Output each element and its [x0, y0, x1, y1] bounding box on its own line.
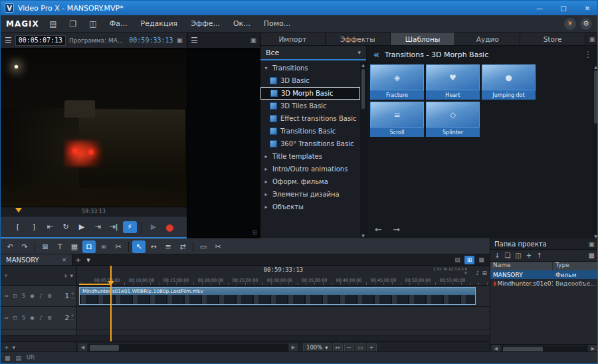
mark-in-button[interactable]: [ [11, 221, 25, 233]
range-select-icon[interactable]: ▭ [197, 240, 210, 253]
track-options-icon[interactable]: ▾ [70, 272, 73, 279]
template-heart[interactable]: ♥ Heart [426, 64, 480, 100]
template-jumping-dot[interactable]: ● Jumping dot [482, 64, 536, 100]
mute-speaker-icon[interactable]: ♪ [37, 315, 45, 321]
menu-file[interactable]: Фа... [107, 18, 130, 29]
automation-icon[interactable]: ≈ [3, 315, 10, 321]
scroll-thumb[interactable] [361, 69, 365, 109]
group-link-icon[interactable]: ∞ [97, 240, 110, 253]
scroll-thumb[interactable] [90, 345, 119, 351]
scroll-track[interactable] [88, 344, 288, 351]
track-3-lane[interactable] [77, 329, 490, 335]
timeline-ruler[interactable]: 00:59:33:13 L 52 30 12 3 0 3 6 R ♪ ⊞ 00:… [77, 266, 490, 286]
tree-item-360-transitions[interactable]: 360° Transitions Basic [260, 137, 360, 150]
effects-burst-icon[interactable]: ☀ [564, 18, 576, 30]
save-icon[interactable]: ◫ [515, 252, 521, 259]
import-icon[interactable]: ↓ [494, 252, 500, 259]
scroll-down-icon[interactable]: ▼ [361, 232, 365, 238]
lock-icon[interactable]: ⊡ [11, 315, 19, 321]
tree-item-title-templates[interactable]: ▸Title templates [260, 150, 360, 163]
track-3-header[interactable] [1, 329, 77, 335]
undo-icon[interactable]: ↶ [3, 240, 17, 253]
loop-button[interactable]: ↻ [59, 221, 73, 233]
visibility-eye-icon[interactable]: ◉ [29, 293, 36, 299]
track-1-header[interactable]: ≈ ⊡ S ◉ ♪ ≣ 1 + − [1, 286, 77, 307]
project-row-mindhunter[interactable]: ▮Mindhunter.s01e01... Видеообъе... [490, 279, 598, 288]
go-to-start-button[interactable]: ⇤ [43, 221, 57, 233]
redo-icon[interactable]: ↷ [18, 240, 31, 253]
tree-item-effect-transitions[interactable]: Effect transitions Basic [260, 112, 360, 125]
mouse-mode-all-tracks-icon[interactable]: ≡ [161, 240, 175, 253]
mouse-mode-stretch-icon[interactable]: ↔ [147, 240, 160, 253]
track-fx-icon[interactable]: ≣ [46, 293, 53, 299]
monitor-volume-icon[interactable]: ♪ [476, 270, 480, 276]
export-icon[interactable]: ↑ [536, 252, 542, 259]
track-2-lane[interactable] [77, 307, 490, 329]
add-movie-icon[interactable]: + [72, 256, 84, 264]
tab-templates[interactable]: Шаблоны [391, 33, 456, 45]
close-button[interactable]: ✕ [577, 1, 597, 15]
tree-item-3d-morph-basic[interactable]: 3D Morph Basic [260, 87, 360, 100]
mute-speaker-icon[interactable]: ♪ [37, 293, 45, 299]
zoom-level-dropdown[interactable]: 100% ▾ [303, 343, 332, 352]
smart-preview-button[interactable]: ⚡ [123, 221, 137, 233]
tree-item-design-elements[interactable]: ▸Элементы дизайна [260, 188, 360, 201]
layout-grid-icon[interactable]: ▦ [5, 355, 11, 361]
snap-magnet-icon[interactable]: Ω [82, 240, 96, 253]
track-2-header[interactable]: ≈ ⊡ S ◉ ♪ ≣ 2 + − [1, 307, 77, 329]
record-button[interactable]: ● [163, 221, 177, 233]
go-to-end-button[interactable]: ⇥ [91, 221, 105, 233]
current-timecode[interactable]: 00:05:07:13 [15, 35, 66, 46]
movie-tab-mansory[interactable]: MANSORY ✕ [1, 254, 72, 265]
tab-store[interactable]: Store [520, 33, 585, 45]
scroll-right-icon[interactable]: ▶ [289, 343, 298, 352]
timeline-clip-mindhunter[interactable]: Mindhunter.s01e01.WEBRip.1080p.LostFilm.… [79, 287, 476, 305]
menu-effects[interactable]: Эффе... [188, 18, 223, 29]
movie-list-chevron-icon[interactable]: ▾ [84, 256, 93, 264]
menu-edit[interactable]: Редакция [138, 18, 181, 29]
save-project-icon[interactable]: ◫ [87, 19, 99, 29]
track-1-lane[interactable]: Mindhunter.s01e01.WEBRip.1080p.LostFilm.… [77, 286, 490, 307]
project-row-mansory[interactable]: MANSORY Фильм [490, 270, 598, 279]
nav-forward-icon[interactable]: → [393, 225, 400, 234]
zoom-in-icon[interactable]: + [367, 343, 377, 352]
tree-item-transitions-basic[interactable]: Transitions Basic [260, 125, 360, 137]
template-scroll[interactable]: ≡ Scroll [370, 102, 424, 137]
column-type[interactable]: Type [553, 262, 598, 270]
tree-item-3d-tiles-basic[interactable]: 3D Tiles Basic [260, 100, 360, 112]
filter-dropdown[interactable]: Все ▾ [260, 46, 366, 60]
tree-item-objects[interactable]: ▸Объекты [260, 201, 360, 213]
scroll-thumb[interactable] [594, 70, 597, 124]
zoom-fit-icon[interactable]: ↔ [333, 343, 343, 352]
tab-import[interactable]: Импорт [260, 33, 326, 45]
title-editor-icon[interactable]: T [53, 240, 66, 253]
nav-back-icon[interactable]: ← [375, 225, 382, 234]
add-track-icon[interactable]: + [63, 272, 68, 279]
template-splinter[interactable]: ◇ Splinter [426, 102, 480, 137]
mark-out-button[interactable]: ] [27, 221, 41, 233]
add-track-icon[interactable]: + [4, 344, 9, 351]
track-fx-icon[interactable]: ≣ [46, 315, 53, 321]
loop-range-marker[interactable] [79, 284, 111, 285]
more-options-icon[interactable]: ⋮ [584, 50, 592, 59]
folder-icon[interactable]: ❏ [504, 252, 510, 259]
solo-icon[interactable]: S [20, 293, 27, 299]
zoom-range-icon[interactable]: ▭ [355, 343, 365, 352]
scroll-down-icon[interactable]: ▼ [594, 234, 597, 238]
ruler-grid-icon[interactable]: ⊞ [482, 270, 487, 276]
tree-item-intro-outro[interactable]: ▸Intro/Outro animations [260, 163, 360, 175]
scroll-left-icon[interactable]: ◀ [78, 343, 87, 352]
zoom-out-icon[interactable]: − [344, 343, 354, 352]
jump-end-button[interactable]: ⇥| [107, 221, 121, 233]
tab-audio[interactable]: Аудио [455, 33, 520, 45]
video-viewport[interactable] [1, 48, 187, 207]
delete-icon[interactable]: ⊠ [39, 240, 52, 253]
template-fracture[interactable]: ◈ Fracture [370, 64, 424, 100]
undock-icon[interactable]: ▣ [177, 37, 183, 44]
minimize-button[interactable]: — [530, 1, 549, 15]
column-name[interactable]: Name [490, 262, 553, 270]
source-grid-icon[interactable]: ⊞ [252, 229, 257, 236]
monitor-menu-icon[interactable]: ☰ [5, 36, 12, 45]
play-button[interactable]: ▶ [75, 221, 89, 233]
razor-icon[interactable]: ✂ [211, 240, 225, 253]
